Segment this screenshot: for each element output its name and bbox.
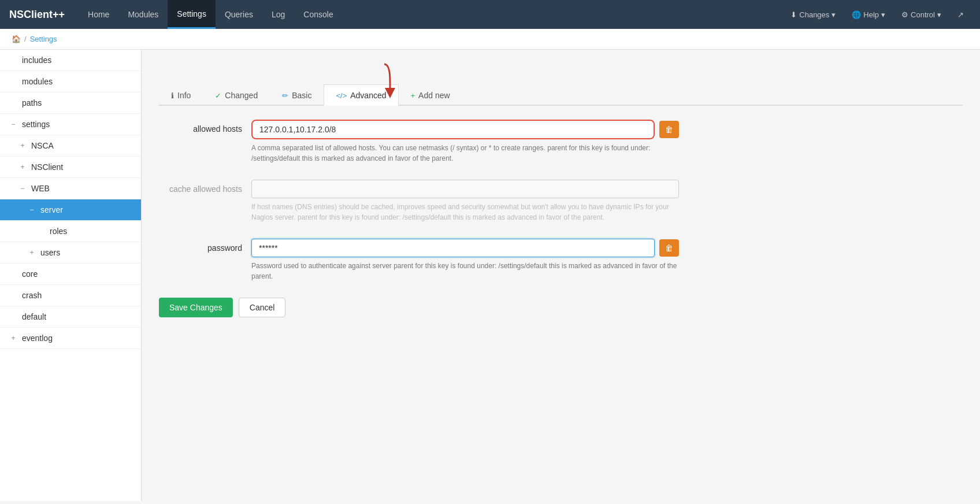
cache-allowed-hosts-input-wrapper xyxy=(251,180,679,198)
content-area: ℹ Info ✓ Changed ✏ Basic </> Advanced + … xyxy=(142,50,980,501)
nsca-expand-icon: + xyxy=(18,142,27,150)
cache-allowed-hosts-input-group: If host names (DNS entries) should be ca… xyxy=(251,180,679,223)
form-section: allowed hosts 🗑 A comma separated list o… xyxy=(159,120,679,317)
cache-allowed-hosts-input[interactable] xyxy=(251,180,679,198)
breadcrumb-separator: / xyxy=(24,35,27,43)
breadcrumb-home-link[interactable]: 🏠 xyxy=(12,35,21,43)
breadcrumb-settings-link[interactable]: Settings xyxy=(30,35,57,43)
sidebar-item-core[interactable]: core xyxy=(0,264,141,285)
web-collapse-icon: − xyxy=(18,184,27,192)
allowed-hosts-label: allowed hosts xyxy=(159,120,251,134)
cache-allowed-hosts-help: If host names (DNS entries) should be ca… xyxy=(251,202,679,223)
nav-settings[interactable]: Settings xyxy=(168,0,216,29)
password-delete-button[interactable]: 🗑 xyxy=(659,239,679,257)
sidebar-item-settings[interactable]: − settings xyxy=(0,114,141,135)
red-arrow-annotation xyxy=(364,61,399,102)
breadcrumb: 🏠 / Settings xyxy=(0,29,980,50)
sidebar: includes modules paths − settings + NSCA… xyxy=(0,50,142,501)
changes-button[interactable]: ⬇ Changes ▾ xyxy=(784,7,842,23)
password-help: Password used to authenticate against se… xyxy=(251,261,679,281)
sidebar-item-server[interactable]: − server xyxy=(0,199,141,221)
cancel-button[interactable]: Cancel xyxy=(239,298,286,317)
nav-log[interactable]: Log xyxy=(262,0,294,29)
nav-modules[interactable]: Modules xyxy=(118,0,168,29)
allowed-hosts-input[interactable] xyxy=(251,120,655,139)
settings-collapse-icon: − xyxy=(9,120,17,128)
cache-allowed-hosts-label: cache allowed hosts xyxy=(159,180,251,194)
sidebar-item-web[interactable]: − WEB xyxy=(0,178,141,199)
external-link-button[interactable]: ↗ xyxy=(951,7,971,23)
sidebar-item-paths[interactable]: paths xyxy=(0,92,141,114)
sidebar-item-default[interactable]: default xyxy=(0,306,141,328)
users-expand-icon: + xyxy=(28,249,36,257)
nsclient-expand-icon: + xyxy=(18,163,27,171)
sidebar-item-crash[interactable]: crash xyxy=(0,285,141,306)
password-label: password xyxy=(159,239,251,253)
sidebar-item-includes[interactable]: includes xyxy=(0,50,141,71)
brand-logo[interactable]: NSClient++ xyxy=(9,9,65,21)
cache-allowed-hosts-row: cache allowed hosts If host names (DNS e… xyxy=(159,180,679,223)
allowed-hosts-input-group: 🗑 A comma separated list of allowed host… xyxy=(251,120,679,164)
allowed-hosts-row: allowed hosts 🗑 A comma separated list o… xyxy=(159,120,679,164)
sidebar-item-nsca[interactable]: + NSCA xyxy=(0,135,141,157)
control-button[interactable]: ⚙ Control ▾ xyxy=(894,7,948,23)
server-collapse-icon: − xyxy=(28,206,36,214)
arrow-annotation-container xyxy=(159,61,963,96)
sidebar-item-roles[interactable]: roles xyxy=(0,221,141,242)
password-input-wrapper: 🗑 xyxy=(251,239,679,257)
sidebar-item-users[interactable]: + users xyxy=(0,242,141,264)
sidebar-item-modules[interactable]: modules xyxy=(0,71,141,92)
navbar: NSClient++ Home Modules Settings Queries… xyxy=(0,0,980,29)
navbar-right: ⬇ Changes ▾ 🌐 Help ▾ ⚙ Control ▾ ↗ xyxy=(784,7,971,23)
nav-menu: Home Modules Settings Queries Log Consol… xyxy=(79,0,343,29)
sidebar-item-eventlog[interactable]: + eventlog xyxy=(0,328,141,349)
password-input[interactable] xyxy=(251,239,655,257)
eventlog-expand-icon: + xyxy=(9,334,17,342)
allowed-hosts-input-wrapper: 🗑 xyxy=(251,120,679,139)
nav-console[interactable]: Console xyxy=(294,0,342,29)
help-button[interactable]: 🌐 Help ▾ xyxy=(845,7,892,23)
sidebar-item-nsclient[interactable]: + NSClient xyxy=(0,157,141,178)
nav-home[interactable]: Home xyxy=(79,0,118,29)
password-input-group: 🗑 Password used to authenticate against … xyxy=(251,239,679,281)
allowed-hosts-delete-button[interactable]: 🗑 xyxy=(659,121,679,138)
form-actions: Save Changes Cancel xyxy=(159,298,679,317)
password-row: password 🗑 Password used to authenticate… xyxy=(159,239,679,281)
main-container: includes modules paths − settings + NSCA… xyxy=(0,50,980,501)
nav-queries[interactable]: Queries xyxy=(216,0,262,29)
allowed-hosts-help: A comma separated list of allowed hosts.… xyxy=(251,143,679,164)
save-changes-button[interactable]: Save Changes xyxy=(159,298,233,317)
